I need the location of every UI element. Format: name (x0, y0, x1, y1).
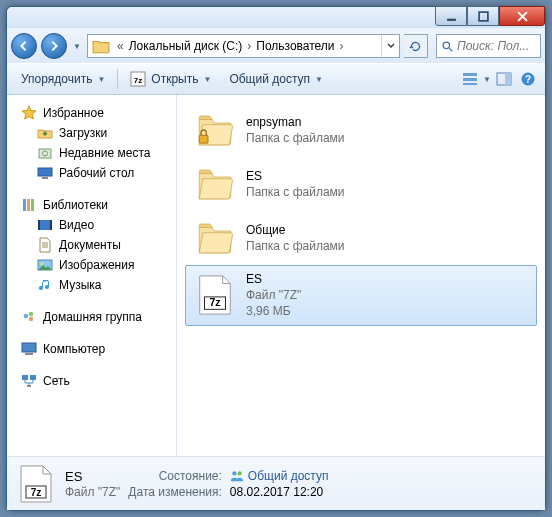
svg-rect-9 (505, 73, 511, 85)
details-type: Файл "7Z" (65, 485, 120, 499)
details-modified-value: 08.02.2017 12:20 (230, 485, 329, 499)
sidebar-item-downloads[interactable]: Загрузки (7, 123, 176, 143)
search-icon (441, 40, 454, 53)
sidebar-favorites[interactable]: Избранное (7, 103, 176, 123)
back-button[interactable] (11, 33, 37, 59)
sidebar-item-documents[interactable]: Документы (7, 235, 176, 255)
minimize-button[interactable] (435, 6, 467, 26)
pictures-icon (37, 257, 53, 273)
chevron-down-icon: ▼ (315, 75, 323, 84)
svg-rect-7 (463, 83, 477, 85)
folder-icon (194, 163, 236, 205)
svg-point-24 (24, 314, 29, 319)
preview-pane-button[interactable] (493, 68, 515, 90)
sidebar-item-label: Изображения (59, 258, 134, 272)
svg-text:7z: 7z (31, 487, 42, 498)
sidebar-libraries[interactable]: Библиотеки (7, 195, 176, 215)
open-button[interactable]: 7z Открыть ▼ (122, 67, 219, 91)
file-type: Файл "7Z" (246, 287, 301, 303)
details-name: ES (65, 469, 120, 484)
breadcrumb-item[interactable]: Локальный диск (C:) (127, 39, 245, 53)
svg-rect-18 (31, 199, 34, 211)
explorer-window: ▼ « Локальный диск (C:) › Пользователи ›… (6, 6, 546, 511)
forward-button[interactable] (41, 33, 67, 59)
sidebar-computer[interactable]: Компьютер (7, 339, 176, 359)
file-item[interactable]: 7zESФайл "7Z"3,96 МБ (185, 265, 537, 326)
details-pane: 7z ES Состояние: Общий доступ Файл "7Z" … (7, 456, 545, 510)
video-icon (37, 217, 53, 233)
search-placeholder: Поиск: Пол... (457, 39, 529, 53)
organize-button[interactable]: Упорядочить ▼ (13, 68, 113, 90)
sidebar-item-label: Рабочий стол (59, 166, 134, 180)
close-button[interactable] (499, 6, 545, 26)
file-type: Папка с файлами (246, 130, 345, 146)
chevron-down-icon[interactable]: ▼ (483, 75, 491, 84)
titlebar (7, 7, 545, 29)
maximize-button[interactable] (467, 6, 499, 26)
file-item[interactable]: ОбщиеПапка с файлами (185, 211, 537, 265)
share-button[interactable]: Общий доступ ▼ (221, 68, 331, 90)
share-label: Общий доступ (229, 72, 310, 86)
svg-rect-19 (38, 220, 52, 230)
svg-rect-20 (38, 220, 40, 230)
svg-rect-30 (30, 375, 36, 380)
sidebar-homegroup[interactable]: Домашняя группа (7, 307, 176, 327)
separator (117, 69, 118, 89)
svg-text:?: ? (525, 74, 531, 85)
svg-rect-15 (42, 177, 48, 179)
7z-icon: 7z (130, 71, 146, 87)
sidebar-label: Компьютер (43, 342, 105, 356)
sidebar-item-desktop[interactable]: Рабочий стол (7, 163, 176, 183)
search-input[interactable]: Поиск: Пол... (436, 34, 541, 58)
7z-icon: 7z (17, 463, 55, 505)
file-type: Папка с файлами (246, 238, 345, 254)
desktop-icon (37, 165, 53, 181)
people-icon (230, 469, 244, 483)
refresh-button[interactable] (404, 34, 428, 58)
svg-rect-1 (479, 12, 488, 21)
chevron-right-icon: › (247, 39, 251, 53)
nav-row: ▼ « Локальный диск (C:) › Пользователи ›… (7, 29, 545, 63)
chevron-right-icon: › (340, 39, 344, 53)
history-drop-icon[interactable]: ▼ (71, 42, 83, 51)
file-size: 3,96 МБ (246, 303, 301, 319)
recent-icon (37, 145, 53, 161)
svg-point-2 (443, 42, 450, 49)
file-name: ES (246, 168, 345, 184)
chevron-down-icon: ▼ (203, 75, 211, 84)
svg-rect-14 (38, 168, 52, 176)
svg-text:7z: 7z (209, 297, 220, 309)
svg-rect-31 (27, 385, 31, 387)
file-name: enpsyman (246, 114, 345, 130)
svg-rect-12 (39, 149, 51, 158)
sidebar-network[interactable]: Сеть (7, 371, 176, 391)
file-name: Общие (246, 222, 345, 238)
help-button[interactable]: ? (517, 68, 539, 90)
file-list[interactable]: enpsymanПапка с файламиESПапка с файлами… (177, 95, 545, 456)
chevron-icon: « (117, 39, 124, 53)
computer-icon (21, 341, 37, 357)
sidebar-item-recent[interactable]: Недавние места (7, 143, 176, 163)
7z-icon: 7z (194, 274, 236, 316)
downloads-icon (37, 125, 53, 141)
sidebar-item-pictures[interactable]: Изображения (7, 255, 176, 275)
sidebar-item-video[interactable]: Видео (7, 215, 176, 235)
libraries-icon (21, 197, 37, 213)
star-icon (21, 105, 37, 121)
svg-text:7z: 7z (134, 76, 142, 85)
svg-rect-29 (22, 375, 28, 380)
address-bar[interactable]: « Локальный диск (C:) › Пользователи › (87, 34, 400, 58)
sidebar-item-music[interactable]: Музыка (7, 275, 176, 295)
sidebar-label: Библиотеки (43, 198, 108, 212)
file-item[interactable]: ESПапка с файлами (185, 157, 537, 211)
svg-point-38 (237, 471, 241, 475)
view-button[interactable] (459, 68, 481, 90)
breadcrumb-item[interactable]: Пользователи (254, 39, 336, 53)
file-item[interactable]: enpsymanПапка с файлами (185, 103, 537, 157)
sidebar-item-label: Музыка (59, 278, 101, 292)
details-state-value: Общий доступ (248, 469, 329, 483)
sidebar-item-label: Документы (59, 238, 121, 252)
documents-icon (37, 237, 53, 253)
address-drop-icon[interactable] (381, 35, 399, 57)
svg-rect-28 (25, 353, 33, 355)
